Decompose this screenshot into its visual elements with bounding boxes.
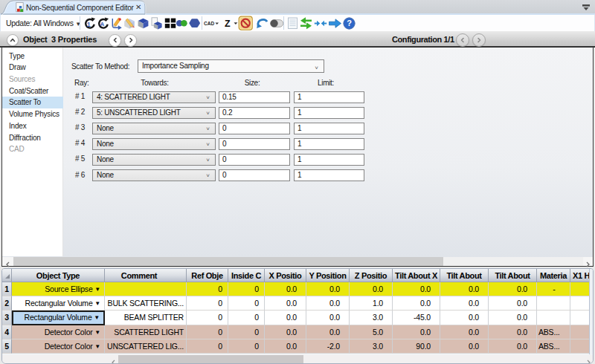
svg-text:CAD: CAD — [204, 21, 214, 26]
svg-text:?: ? — [347, 19, 352, 27]
svg-text:1: 1 — [87, 21, 91, 28]
svg-text:Z: Z — [225, 19, 231, 29]
svg-text:A: A — [100, 21, 104, 27]
